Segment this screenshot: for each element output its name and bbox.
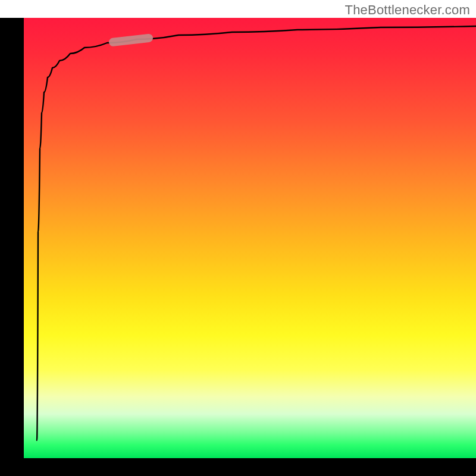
chart-stage: TheBottlenecker.com xyxy=(0,0,476,476)
plot-area xyxy=(24,18,476,458)
highlight-segment xyxy=(113,38,149,42)
curve-layer xyxy=(24,18,476,458)
left-axis-band xyxy=(0,18,24,458)
curve-path xyxy=(37,26,476,440)
bottom-axis-band xyxy=(0,458,476,476)
watermark-text: TheBottlenecker.com xyxy=(345,2,470,18)
